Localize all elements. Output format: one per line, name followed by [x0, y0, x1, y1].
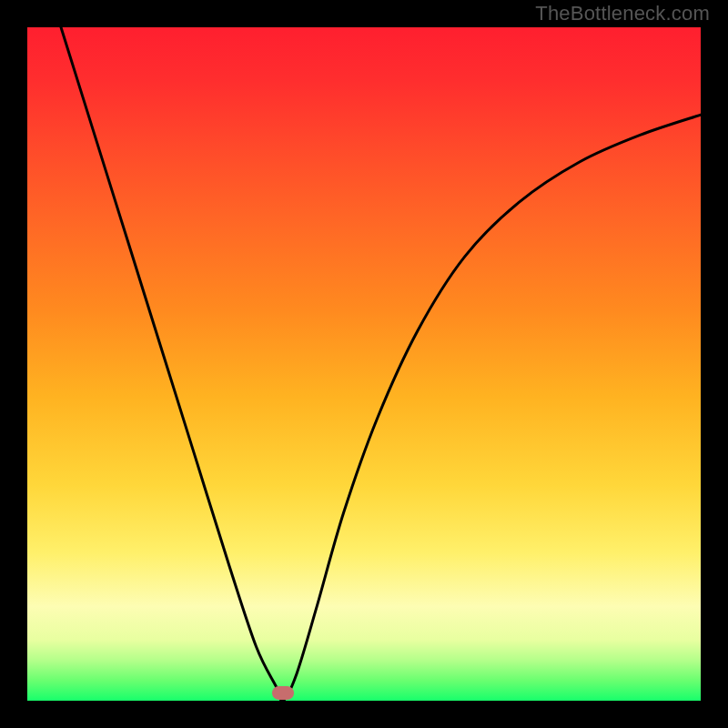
plot-area	[27, 27, 701, 701]
optimal-point-marker	[272, 686, 294, 700]
curve-path	[61, 27, 701, 701]
bottleneck-curve	[27, 27, 701, 701]
chart-frame: TheBottleneck.com	[0, 0, 728, 728]
attribution-text: TheBottleneck.com	[535, 2, 710, 25]
